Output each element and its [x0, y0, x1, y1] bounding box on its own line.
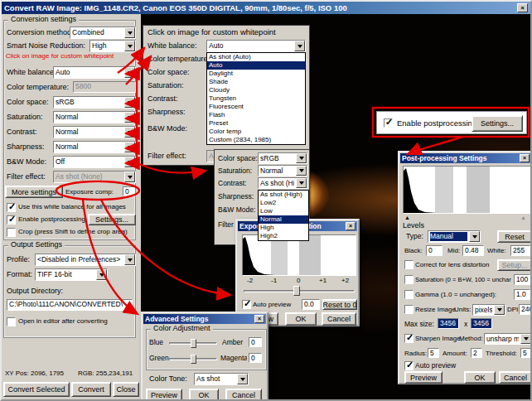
- contrast-select[interactable]: Normal: [53, 126, 136, 138]
- chevron-down-icon[interactable]: [96, 269, 107, 280]
- gamma-label[interactable]: Gamma (1.0 = unchanged):: [415, 292, 496, 299]
- green-magenta-value-field[interactable]: 0: [249, 353, 262, 363]
- list-item[interactable]: Fluorescent: [207, 103, 305, 111]
- white-field[interactable]: 255: [510, 245, 530, 256]
- saturation-label[interactable]: Saturation (0 = B+W, 100 = unchanged):: [415, 277, 511, 283]
- convert-button[interactable]: Convert: [71, 382, 111, 397]
- list-item[interactable]: Low: [259, 207, 308, 215]
- list-item[interactable]: Custom (2834, 1985): [207, 136, 305, 144]
- sharpness-select[interactable]: Normal: [53, 141, 136, 153]
- max-height-field[interactable]: 3456: [471, 318, 492, 329]
- list-item[interactable]: Flash: [207, 111, 305, 119]
- gamma-field[interactable]: 1.0: [514, 289, 530, 300]
- exposure-comp-field[interactable]: 0: [123, 186, 135, 196]
- chevron-down-icon[interactable]: [469, 231, 480, 242]
- open-in-editor-checkbox[interactable]: [7, 317, 16, 326]
- list-item[interactable]: Color temp: [207, 128, 305, 136]
- saturation-checkbox[interactable]: [404, 275, 414, 284]
- cancel-button[interactable]: Cancel: [499, 371, 532, 384]
- color-tone-select[interactable]: As shot: [194, 373, 249, 385]
- bw-mode-select[interactable]: Off: [53, 156, 136, 168]
- chevron-down-icon[interactable]: [124, 112, 135, 123]
- chevron-down-icon[interactable]: [124, 97, 135, 108]
- lens-distortion-checkbox[interactable]: [404, 260, 414, 269]
- blue-amber-slider-thumb[interactable]: [191, 339, 196, 348]
- sharpen-image-label[interactable]: Sharpen Image,: [415, 336, 462, 343]
- auto-preview-checkbox[interactable]: [242, 300, 251, 309]
- list-item[interactable]: As shot (High): [259, 191, 308, 199]
- open-in-editor-label[interactable]: Open in editor after converting: [18, 318, 108, 326]
- chevron-down-icon[interactable]: [124, 41, 135, 51]
- sharpen-image-checkbox[interactable]: [404, 334, 414, 343]
- list-item[interactable]: As shot (Auto): [207, 53, 305, 61]
- postprocessing-settings-button[interactable]: Settings...: [472, 115, 523, 132]
- contrast-select[interactable]: As shot (High): [258, 177, 307, 189]
- exposure-value-field[interactable]: 0.0: [302, 299, 320, 310]
- sharpen-method-select[interactable]: unsharp mask: [484, 333, 532, 345]
- chevron-down-icon[interactable]: [296, 178, 307, 188]
- saturation-field[interactable]: 100: [514, 274, 530, 285]
- chevron-down-icon[interactable]: [520, 334, 531, 344]
- wb-all-images-checkbox[interactable]: [7, 203, 16, 212]
- blue-amber-value-field[interactable]: 0: [249, 337, 262, 347]
- auto-preview-checkbox[interactable]: [404, 361, 414, 370]
- noise-reduction-select[interactable]: High: [89, 40, 136, 52]
- chevron-down-icon[interactable]: [494, 305, 505, 315]
- format-select[interactable]: TIFF 16-bit: [35, 268, 108, 281]
- ok-button[interactable]: OK: [189, 389, 219, 401]
- profile-select[interactable]: <Disabled in Preferences>: [35, 254, 136, 266]
- chevron-down-icon[interactable]: [124, 127, 135, 138]
- list-item[interactable]: Tungsten: [207, 94, 305, 103]
- enable-postprocessing-checkbox[interactable]: [7, 215, 16, 225]
- lens-distortion-label[interactable]: Correct for lens distortion: [415, 262, 489, 269]
- chevron-down-icon[interactable]: [124, 67, 135, 78]
- black-point-marker[interactable]: ▲: [404, 215, 410, 220]
- chevron-down-icon[interactable]: [124, 27, 135, 38]
- ok-button[interactable]: OK: [285, 312, 317, 326]
- dialog-titlebar[interactable]: Advanced Settings ×: [143, 314, 266, 324]
- threshold-field[interactable]: 5: [520, 348, 532, 358]
- preview-button[interactable]: Preview: [404, 371, 443, 384]
- reset-button[interactable]: Reset: [497, 230, 532, 243]
- max-width-field[interactable]: 3456: [438, 318, 459, 329]
- exposure-slider-thumb[interactable]: [293, 286, 300, 296]
- white-balance-select[interactable]: Auto: [53, 66, 136, 79]
- conversion-method-select[interactable]: Combined: [70, 27, 136, 39]
- convert-selected-button[interactable]: Convert Selected: [3, 382, 70, 397]
- gamma-checkbox[interactable]: [404, 290, 414, 299]
- resize-image-checkbox[interactable]: [404, 305, 414, 314]
- wb-all-images-label[interactable]: Use this white balance for all images: [18, 204, 126, 211]
- close-icon[interactable]: ×: [254, 315, 264, 323]
- list-item-selected[interactable]: Normal: [259, 215, 308, 224]
- enable-postprocessing-label[interactable]: Enable postprocessing: [397, 119, 476, 128]
- levels-type-select[interactable]: Manual: [428, 230, 481, 243]
- enable-postprocessing-label[interactable]: Enable postprocessing: [18, 216, 85, 224]
- chevron-down-icon[interactable]: [124, 254, 135, 265]
- list-item[interactable]: Daylight: [207, 70, 305, 78]
- reset-to-zero-button[interactable]: Reset to 0: [322, 299, 357, 310]
- list-item[interactable]: High: [259, 224, 308, 232]
- chevron-down-icon[interactable]: [237, 374, 248, 384]
- enable-postprocessing-checkbox[interactable]: [384, 118, 393, 128]
- list-item-selected[interactable]: Auto: [207, 61, 305, 70]
- amount-field[interactable]: 2: [471, 348, 482, 358]
- list-item[interactable]: Cloudy: [207, 86, 305, 94]
- color-space-select[interactable]: sRGB: [258, 152, 307, 164]
- green-magenta-slider-thumb[interactable]: [191, 355, 196, 364]
- chevron-down-icon[interactable]: [124, 142, 135, 152]
- chevron-down-icon[interactable]: [294, 41, 305, 51]
- close-icon[interactable]: ×: [346, 222, 355, 230]
- auto-preview-label[interactable]: Auto preview: [415, 362, 456, 370]
- close-button[interactable]: Close: [113, 382, 139, 397]
- list-item[interactable]: Low2: [259, 199, 308, 207]
- list-item[interactable]: Shade: [207, 78, 305, 86]
- crop-label[interactable]: Crop (press Shift to define crop area): [18, 229, 136, 236]
- saturation-select[interactable]: Normal: [258, 165, 307, 176]
- ok-button[interactable]: OK: [464, 371, 496, 384]
- crop-checkbox[interactable]: [7, 228, 16, 237]
- resize-image-label[interactable]: Resize Image: [415, 307, 456, 314]
- postprocessing-settings-button[interactable]: Settings...: [88, 214, 136, 225]
- dialog-titlebar[interactable]: Post-processing Settings ×: [400, 153, 531, 163]
- radius-field[interactable]: 5: [428, 348, 439, 358]
- list-item[interactable]: Preset: [207, 119, 305, 128]
